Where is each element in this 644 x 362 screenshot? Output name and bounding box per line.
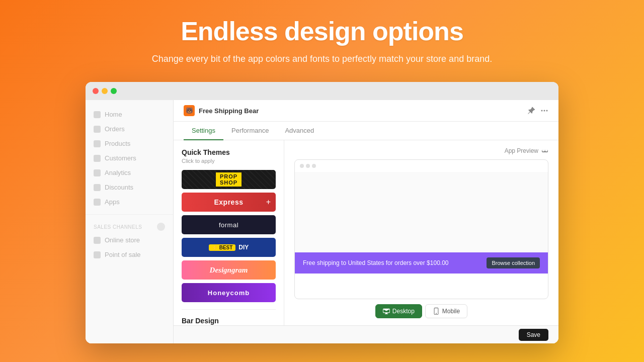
theme-formal[interactable]: formal	[182, 215, 276, 234]
theme-formal-text: formal	[219, 221, 238, 229]
theme-grunge[interactable]: PROPSHOP	[182, 170, 276, 189]
mobile-icon	[433, 308, 440, 315]
home-icon	[94, 111, 101, 118]
browser-chrome	[86, 82, 558, 100]
quick-themes-title: Quick Themes	[182, 148, 276, 156]
preview-dot-2	[306, 164, 310, 168]
header-icons	[527, 107, 548, 115]
mobile-button[interactable]: Mobile	[425, 304, 467, 318]
theme-bestdiy-badge: ⚡ BEST	[209, 244, 236, 251]
preview-header: App Preview	[294, 147, 548, 154]
theme-express-text: Express	[214, 198, 244, 206]
sidebar: Home Orders Products Customers Analytics…	[86, 100, 174, 343]
pin-icon[interactable]	[527, 107, 535, 115]
sidebar-item-apps[interactable]: Apps	[86, 195, 173, 209]
products-icon	[94, 140, 101, 147]
sidebar-item-customers[interactable]: Customers	[86, 151, 173, 165]
app-title: Free Shipping Bear	[199, 107, 259, 115]
save-button[interactable]: Save	[519, 329, 548, 341]
preview-banner-text: Free shipping to United States for order…	[303, 259, 449, 266]
hero-section: Endless design options Change every bit …	[142, 0, 502, 76]
hero-subtitle: Change every bit of the app colors and f…	[152, 52, 492, 66]
preview-dots	[295, 160, 548, 172]
quick-themes-subtitle: Click to apply	[182, 158, 276, 164]
sidebar-item-products[interactable]: Products	[86, 136, 173, 151]
apps-icon	[94, 199, 101, 206]
theme-express[interactable]: Express +	[182, 193, 276, 212]
desktop-icon	[383, 308, 390, 315]
mobile-label: Mobile	[442, 308, 460, 315]
sidebar-item-home[interactable]: Home	[86, 107, 173, 122]
left-panel: Quick Themes Click to apply PROPSHOP Exp…	[174, 140, 284, 325]
browser-window: Home Orders Products Customers Analytics…	[86, 82, 558, 343]
device-toggle: Desktop Mobile	[294, 304, 548, 318]
svg-point-2	[546, 110, 548, 112]
browse-collection-button[interactable]: Browse collection	[487, 257, 540, 268]
tab-performance[interactable]: Performance	[223, 122, 277, 140]
tabs: Settings Performance Advanced	[174, 122, 558, 140]
preview-dot-3	[312, 164, 316, 168]
bar-design-section: Bar Design Text size	[182, 309, 276, 325]
tab-advanced[interactable]: Advanced	[277, 122, 322, 140]
external-link-icon[interactable]	[541, 147, 548, 154]
customers-icon	[94, 155, 101, 162]
preview-label: App Preview	[505, 147, 538, 154]
desktop-label: Desktop	[392, 308, 415, 315]
hero-title: Endless design options	[152, 16, 492, 46]
pos-icon	[94, 251, 101, 258]
dot-yellow[interactable]	[102, 88, 108, 94]
analytics-icon	[94, 169, 101, 176]
theme-express-plus: +	[266, 198, 271, 207]
sidebar-item-discounts[interactable]: Discounts	[86, 180, 173, 195]
tab-settings[interactable]: Settings	[184, 122, 223, 140]
sidebar-divider	[86, 214, 173, 215]
section-icon	[157, 223, 165, 231]
app-layout: Home Orders Products Customers Analytics…	[86, 100, 558, 343]
svg-point-1	[544, 110, 545, 112]
online-store-icon	[94, 237, 101, 244]
sidebar-item-point-of-sale[interactable]: Point of sale	[86, 247, 173, 262]
sidebar-item-orders[interactable]: Orders	[86, 122, 173, 136]
preview-banner: Free shipping to United States for order…	[295, 252, 548, 274]
theme-bestdiy[interactable]: ⚡ BEST DIY	[182, 238, 276, 257]
theme-honeycomb-text: Honeycomb	[208, 289, 250, 297]
orders-icon	[94, 126, 101, 133]
dot-red[interactable]	[93, 88, 99, 94]
preview-dot-1	[300, 164, 304, 168]
theme-bestdiy-label: DIY	[238, 244, 249, 251]
svg-point-0	[541, 110, 543, 112]
theme-honeycomb[interactable]: Honeycomb	[182, 283, 276, 302]
app-header: 🐻 Free Shipping Bear	[174, 100, 558, 122]
theme-grunge-text: PROPSHOP	[216, 172, 242, 187]
main-split: Quick Themes Click to apply PROPSHOP Exp…	[174, 140, 558, 325]
preview-window: Free shipping to United States for order…	[294, 159, 548, 299]
app-footer: Save	[174, 325, 558, 343]
sidebar-section-sales: SALES CHANNELS	[86, 220, 173, 233]
bar-design-title: Bar Design	[182, 317, 276, 325]
app-title-row: 🐻 Free Shipping Bear	[184, 105, 259, 116]
theme-designgram-text: Designgram	[210, 266, 248, 275]
sidebar-item-analytics[interactable]: Analytics	[86, 165, 173, 180]
desktop-button[interactable]: Desktop	[375, 304, 422, 318]
content-area: 🐻 Free Shipping Bear Settings Performanc…	[174, 100, 558, 343]
more-icon[interactable]	[540, 107, 548, 115]
right-panel: App Preview	[284, 140, 558, 325]
app-icon: 🐻	[184, 105, 195, 116]
discounts-icon	[94, 184, 101, 191]
sidebar-item-online-store[interactable]: Online store	[86, 233, 173, 247]
theme-designgram[interactable]: Designgram	[182, 260, 276, 280]
dot-green[interactable]	[111, 88, 117, 94]
